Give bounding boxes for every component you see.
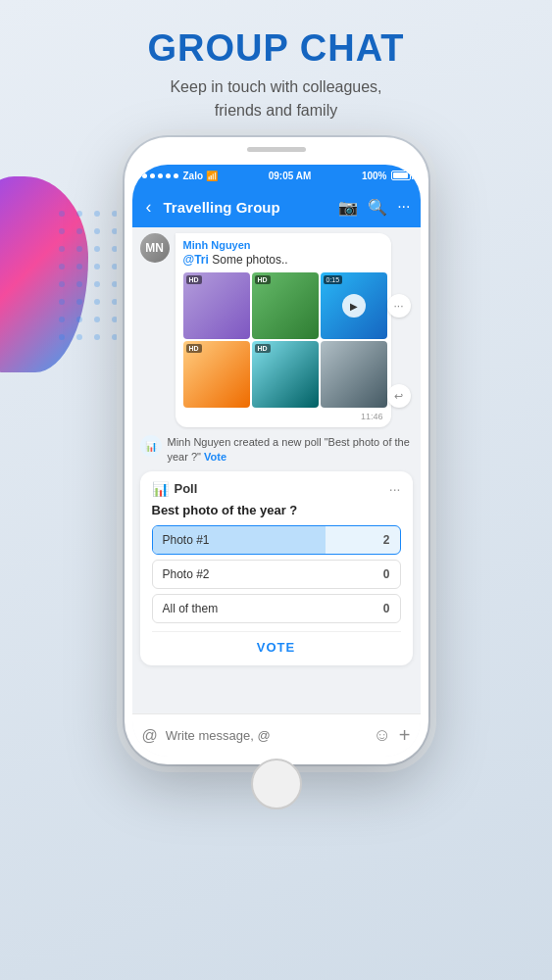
back-button[interactable]: ‹ <box>142 195 156 220</box>
svg-point-18 <box>94 281 100 287</box>
status-left: Zalo 📶 <box>142 171 219 181</box>
status-dot4 <box>166 173 171 178</box>
svg-point-29 <box>76 334 82 340</box>
message-body: Some photos.. <box>212 253 287 267</box>
page-title: GROUP CHAT <box>0 27 552 70</box>
svg-point-8 <box>59 246 65 252</box>
status-right: 100% <box>362 171 411 181</box>
svg-point-4 <box>59 228 65 234</box>
svg-point-22 <box>94 299 100 305</box>
svg-point-26 <box>94 317 100 322</box>
vote-link[interactable]: Vote <box>204 451 226 463</box>
hd-badge-2: HD <box>255 275 271 284</box>
message-bubble: Minh Nguyen @Tri Some photos.. HD <box>176 233 391 427</box>
phone-device: Zalo 📶 09:05 AM 100% ‹ Travelling Group <box>125 137 428 764</box>
svg-point-7 <box>112 228 118 234</box>
svg-point-12 <box>59 264 65 270</box>
svg-point-28 <box>59 334 65 340</box>
page-subtitle: Keep in touch with colleagues, friends a… <box>0 75 552 122</box>
option-count-1: 2 <box>383 533 390 547</box>
svg-point-13 <box>76 264 82 270</box>
poll-card: 📊 Poll ··· Best photo of the year ? Phot… <box>140 471 413 665</box>
hd-badge-5: HD <box>255 344 271 353</box>
search-icon[interactable]: 🔍 <box>368 198 387 217</box>
poll-option-2[interactable]: Photo #2 0 <box>152 560 401 589</box>
svg-point-16 <box>59 281 65 287</box>
subtitle-line2: friends and family <box>215 102 337 119</box>
hd-badge-1: HD <box>186 275 202 284</box>
message-text: @Tri Some photos.. <box>183 253 383 267</box>
nav-title: Travelling Group <box>164 199 331 216</box>
poll-option-1[interactable]: Photo #1 2 <box>152 525 401 555</box>
sender-name: Minh Nguyen <box>183 239 383 251</box>
page-header: GROUP CHAT Keep in touch with colleagues… <box>0 0 552 122</box>
photo-cell-5: HD <box>252 341 319 408</box>
carrier-label: Zalo <box>183 171 204 181</box>
svg-point-14 <box>94 264 100 270</box>
dots-pattern: // will render via JS below <box>54 206 132 363</box>
more-icon[interactable]: ··· <box>397 198 410 216</box>
at-button[interactable]: @ <box>142 727 158 745</box>
system-message-text: Minh Nguyen created a new poll "Best pho… <box>168 435 413 466</box>
nav-icons: 📷 🔍 ··· <box>338 198 410 217</box>
input-bar: @ ☺ + <box>132 713 421 757</box>
play-button[interactable]: ▶ <box>342 294 366 318</box>
message-input[interactable] <box>166 728 366 743</box>
svg-point-19 <box>112 281 118 287</box>
status-dot2 <box>150 173 155 178</box>
status-dot3 <box>158 173 163 178</box>
status-bar: Zalo 📶 09:05 AM 100% <box>132 165 421 186</box>
photo-cell-2: HD <box>252 272 319 339</box>
photo-grid: HD HD 0:15 ▶ <box>183 272 383 408</box>
system-message: 📊 Minh Nguyen created a new poll "Best p… <box>140 435 413 466</box>
option-count-3: 0 <box>383 602 390 615</box>
svg-point-9 <box>76 246 82 252</box>
poll-option-3[interactable]: All of them 0 <box>152 594 401 623</box>
vote-button-row: VOTE <box>152 631 401 656</box>
svg-point-2 <box>94 211 100 217</box>
svg-point-31 <box>112 334 118 340</box>
poll-icon: 📊 <box>152 481 169 497</box>
poll-title-row: 📊 Poll <box>152 481 198 497</box>
add-button[interactable]: + <box>399 724 411 747</box>
message-row: MN Minh Nguyen @Tri Some photos.. <box>132 233 421 427</box>
phone-notch <box>247 147 306 152</box>
svg-point-0 <box>59 211 65 217</box>
status-dot5 <box>174 173 178 178</box>
svg-point-10 <box>94 246 100 252</box>
subtitle-line1: Keep in touch with colleagues, <box>170 78 381 95</box>
svg-point-20 <box>59 299 65 305</box>
status-time: 09:05 AM <box>269 171 312 181</box>
more-photos-button-top[interactable]: ··· <box>387 294 411 318</box>
poll-more-button[interactable]: ··· <box>389 481 401 497</box>
svg-point-1 <box>76 211 82 217</box>
poll-question: Best photo of the year ? <box>152 503 401 517</box>
poll-label: Poll <box>175 481 198 496</box>
svg-point-27 <box>112 317 118 322</box>
svg-point-15 <box>112 264 118 270</box>
vote-button[interactable]: VOTE <box>257 640 295 655</box>
emoji-button[interactable]: ☺ <box>373 725 390 746</box>
svg-point-21 <box>76 299 82 305</box>
svg-point-6 <box>94 228 100 234</box>
status-dot1 <box>142 173 147 178</box>
option-text-3: All of them <box>163 602 219 615</box>
svg-point-23 <box>112 299 118 305</box>
wifi-icon: 📶 <box>206 171 218 181</box>
more-photos-button-bottom[interactable]: ↩ <box>387 384 411 408</box>
avatar: MN <box>140 233 170 263</box>
message-timestamp: 11:46 <box>183 412 383 421</box>
mention: @Tri <box>183 253 209 267</box>
chat-scroll[interactable]: MN Minh Nguyen @Tri Some photos.. <box>132 227 421 713</box>
home-button[interactable] <box>251 759 302 809</box>
duration-badge: 0:15 <box>324 275 343 284</box>
option-text-2: Photo #2 <box>163 567 210 581</box>
camera-icon[interactable]: 📷 <box>338 198 358 217</box>
svg-point-3 <box>112 211 118 217</box>
battery-icon <box>391 171 411 180</box>
svg-point-25 <box>76 317 82 322</box>
battery-label: 100% <box>362 171 387 181</box>
poll-header: 📊 Poll ··· <box>152 481 401 497</box>
svg-point-24 <box>59 317 65 322</box>
photo-cell-3: 0:15 ▶ <box>321 272 387 339</box>
